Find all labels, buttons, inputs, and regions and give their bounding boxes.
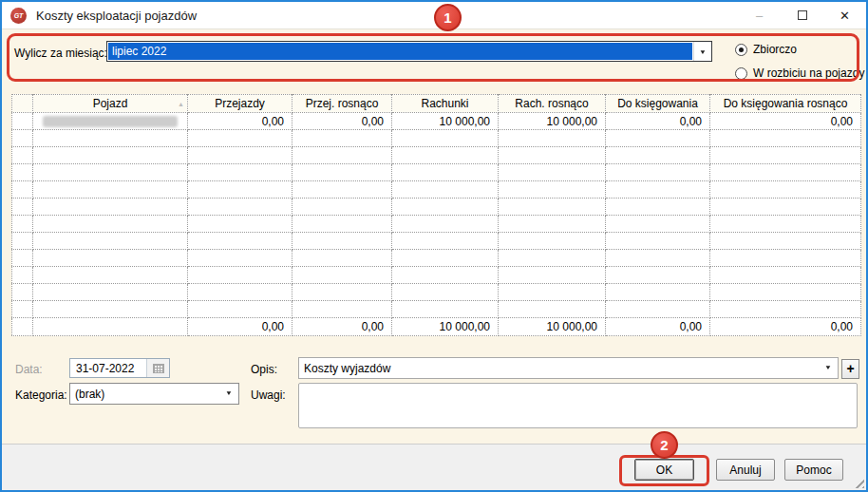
calendar-icon (153, 364, 164, 373)
rach-rosnaco-cell: 10 000,00 (499, 113, 606, 130)
table-row[interactable]: 0,00 0,00 10 000,00 10 000,00 0,00 0,00 (12, 113, 861, 130)
table-empty-row[interactable] (12, 250, 861, 267)
dialog-window: GT Koszty eksploatacji pojazdów – ✕ Wyli… (0, 0, 868, 492)
month-select-value: lipiec 2022 (108, 43, 692, 60)
table-empty-row[interactable] (12, 130, 861, 147)
annotation-step-2: 2 (651, 431, 678, 459)
data-label: Data: (15, 363, 43, 376)
radio-unselected-icon (735, 67, 747, 80)
kategoria-label: Kategoria: (15, 388, 67, 402)
radio-w-rozbiciu-label: W rozbiciu na pojazdy (753, 66, 864, 80)
kategoria-select[interactable]: (brak) ▼ (69, 383, 239, 405)
minimize-button[interactable]: – (738, 2, 781, 28)
row-selector-cell[interactable] (12, 113, 33, 130)
summary-do-ksiegowania: 0,00 (606, 318, 710, 336)
uwagi-label: Uwagi: (251, 388, 286, 402)
redacted-vehicle-name (43, 116, 178, 127)
table-empty-row[interactable] (12, 199, 861, 216)
month-select[interactable]: lipiec 2022 ▼ (106, 41, 712, 62)
table-empty-row[interactable] (12, 147, 861, 164)
maximize-button[interactable] (781, 2, 823, 28)
window-controls: – ✕ (738, 2, 866, 28)
table-summary-row: 0,00 0,00 10 000,00 10 000,00 0,00 0,00 (12, 318, 861, 336)
column-header-rachunki[interactable]: Rachunki (392, 95, 499, 113)
annotation-step-1: 1 (434, 4, 462, 31)
opis-select[interactable]: Koszty wyjazdów ▼ (298, 357, 839, 379)
summary-rachunki: 10 000,00 (392, 318, 499, 336)
date-field[interactable]: 31-07-2022 (69, 358, 170, 378)
radio-w-rozbiciu-na-pojazdy[interactable]: W rozbiciu na pojazdy (735, 66, 864, 80)
table-empty-row[interactable] (12, 284, 861, 301)
chevron-down-icon: ▼ (824, 365, 832, 371)
column-header-do-ksiegowania-rosnaco[interactable]: Do księgowania rosnąco (710, 95, 861, 113)
chevron-down-icon: ▼ (225, 390, 233, 397)
summary-selector-cell (12, 318, 33, 336)
column-header-pojazd[interactable]: Pojazd ▲ (33, 95, 188, 113)
table-empty-rows (12, 130, 861, 318)
table-empty-row[interactable] (12, 267, 861, 284)
window-title: Koszty eksploatacji pojazdów (36, 9, 197, 23)
pomoc-button[interactable]: Pomoc (784, 459, 843, 481)
maximize-icon (798, 10, 807, 20)
opis-dropdown-button[interactable]: ▼ (819, 364, 838, 372)
przej-rosnaco-cell: 0,00 (292, 113, 392, 130)
radio-selected-icon (735, 44, 747, 56)
column-header-przej-rosnaco[interactable]: Przej. rosnąco (292, 95, 392, 113)
radio-zbiorczo[interactable]: Zbiorczo (735, 43, 797, 56)
resize-grip[interactable] (852, 476, 864, 488)
uwagi-textarea[interactable] (298, 383, 858, 428)
table-header-row: Pojazd ▲ Przejazdy Przej. rosnąco Rachun… (12, 95, 861, 113)
table-empty-row[interactable] (12, 164, 861, 181)
minimize-icon: – (756, 9, 763, 23)
button-bar: OK Anuluj Pomoc (2, 444, 866, 490)
opis-value: Koszty wyjazdów (299, 362, 819, 375)
summary-do-ksiegowania-rosnaco: 0,00 (710, 318, 861, 336)
opis-label: Opis: (251, 363, 277, 376)
month-select-dropdown-button[interactable]: ▼ (693, 42, 711, 61)
month-filter-label: Wylicz za miesiąc: (14, 47, 107, 60)
date-value: 31-07-2022 (70, 362, 146, 375)
sort-ascending-icon: ▲ (178, 101, 184, 107)
anuluj-button[interactable]: Anuluj (716, 459, 775, 481)
przejazdy-cell: 0,00 (188, 113, 292, 130)
costs-table: Pojazd ▲ Przejazdy Przej. rosnąco Rachun… (11, 94, 861, 336)
column-header-do-ksiegowania[interactable]: Do księgowania (606, 95, 710, 113)
summary-rach-rosnaco: 10 000,00 (499, 318, 606, 336)
kategoria-dropdown-button[interactable]: ▼ (219, 389, 238, 398)
summary-przej-rosnaco: 0,00 (292, 318, 392, 336)
pojazd-cell (33, 113, 188, 130)
app-gt-icon: GT (10, 8, 27, 24)
close-button[interactable]: ✕ (823, 2, 866, 28)
table-empty-row[interactable] (12, 233, 861, 250)
table-empty-row[interactable] (12, 301, 861, 318)
column-header-rach-rosnaco[interactable]: Rach. rosnąco (499, 95, 606, 113)
chevron-down-icon: ▼ (699, 47, 707, 54)
dialog-content: Wylicz za miesiąc: lipiec 2022 ▼ Zbiorcz… (2, 30, 866, 490)
table-empty-row[interactable] (12, 181, 861, 199)
summary-przejazdy: 0,00 (188, 318, 292, 336)
add-opis-button[interactable]: + (841, 359, 859, 379)
ok-button[interactable]: OK (634, 459, 694, 481)
close-icon: ✕ (840, 9, 850, 23)
radio-zbiorczo-label: Zbiorczo (753, 43, 797, 56)
column-header-przejazdy[interactable]: Przejazdy (188, 95, 292, 113)
do-ksiegowania-rosnaco-cell: 0,00 (710, 113, 861, 130)
column-header-selector[interactable] (12, 95, 33, 113)
table-empty-row[interactable] (12, 216, 861, 233)
summary-pojazd-cell (33, 318, 188, 336)
calendar-button[interactable] (146, 359, 169, 377)
kategoria-value: (brak) (70, 388, 219, 401)
do-ksiegowania-cell: 0,00 (606, 113, 710, 130)
rachunki-cell: 10 000,00 (392, 113, 499, 130)
